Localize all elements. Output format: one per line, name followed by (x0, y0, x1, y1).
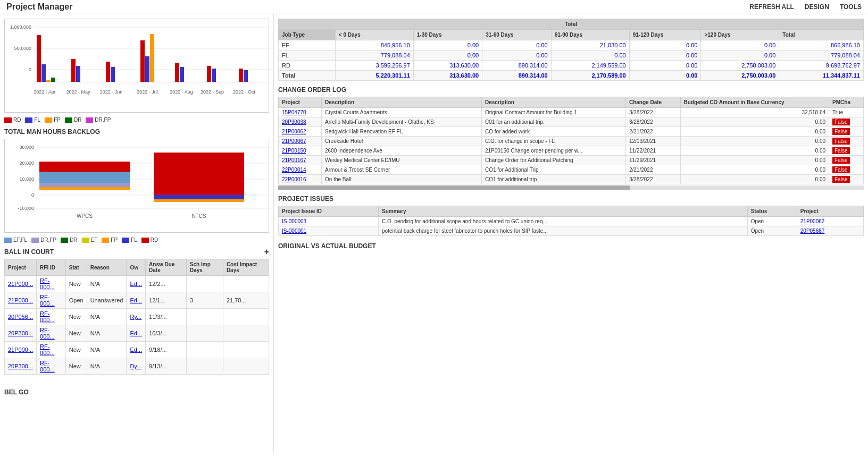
bic-cell[interactable]: RF-000... (37, 292, 66, 309)
pi-col-project: Project (797, 206, 863, 217)
svg-rect-23 (244, 70, 248, 82)
co-cell: True (829, 108, 864, 117)
legend-fl-box (25, 117, 32, 123)
co-cell: 0.00 (680, 175, 829, 184)
bic-cell[interactable]: Ry... (127, 309, 146, 325)
table-row: 21P000...RF-000...NewN/AEd...9/18/... (5, 342, 269, 358)
legend-rd-label: RD (13, 117, 21, 123)
aging-cell: 0.00 (413, 50, 482, 61)
legend-effl-label: EF,FL (13, 237, 27, 243)
aging-col-7: Total (779, 30, 864, 40)
svg-text:1,000,000: 1,000,000 (10, 24, 31, 30)
bic-cell[interactable]: 21P000... (5, 342, 37, 358)
aging-cell: 21,030.00 (551, 40, 629, 50)
bic-cell[interactable]: RF-000... (37, 276, 66, 292)
svg-rect-22 (239, 69, 243, 82)
project-issues-table: Project Issue ID Summary Status Project … (278, 206, 864, 236)
legend-rd-box (4, 117, 12, 123)
co-cell[interactable]: 22P00014 (279, 165, 322, 175)
aging-total-header: Total (279, 19, 864, 30)
design-button[interactable]: DESIGN (805, 3, 829, 11)
svg-rect-11 (71, 59, 76, 82)
bic-cell[interactable]: RF-000... (37, 309, 66, 325)
aging-cell: 890,314.00 (482, 61, 551, 71)
co-col-desc2: Description (481, 97, 625, 108)
aging-col-2: 1-30 Days (413, 30, 482, 40)
bic-cell: New (65, 358, 87, 375)
bic-cell[interactable]: 20P300... (5, 325, 37, 342)
bic-cell[interactable]: 21P000... (5, 276, 37, 292)
bic-cell[interactable]: Ed... (127, 342, 146, 358)
bic-cell: N/A (87, 309, 127, 325)
pi-cell[interactable]: 21P00062 (797, 217, 863, 226)
bic-cell[interactable]: Ed... (127, 292, 146, 309)
bic-cell (223, 358, 269, 375)
bic-cell[interactable]: RF-000... (37, 325, 66, 342)
bic-cell: New (65, 325, 87, 342)
bic-cell[interactable]: 21P000... (5, 292, 37, 309)
co-cell: 3/28/2022 (625, 175, 680, 184)
svg-text:2022 - May: 2022 - May (66, 89, 90, 95)
legend-fl2-label: FL (131, 237, 137, 243)
table-row: 21P001502600 Independence Ave21P00150 Ch… (279, 146, 864, 156)
svg-text:2022 - Apr: 2022 - Apr (34, 89, 56, 95)
pi-cell: potential back charge for steel fabricat… (379, 226, 748, 236)
svg-rect-17 (150, 34, 154, 82)
bic-cell[interactable]: RF-000... (37, 358, 66, 375)
tools-button[interactable]: TOOLS (840, 3, 862, 11)
bic-cell[interactable]: 20P056... (5, 309, 37, 325)
change-order-scroll[interactable]: Project Description Description Change D… (278, 97, 864, 184)
aging-cell: 2,170,589.00 (551, 71, 629, 81)
co-cell: 11/29/2021 (625, 156, 680, 165)
bic-cell[interactable]: Ed... (127, 276, 146, 292)
co-cell[interactable]: 15P04770 (279, 108, 322, 117)
svg-text:2022 - Jul: 2022 - Jul (137, 89, 158, 95)
table-row: 20P056...RF-000...NewN/ARy...11/3/... (5, 309, 269, 325)
co-cell[interactable]: 21P00062 (279, 127, 322, 137)
bic-cell[interactable]: 20P300... (5, 358, 37, 375)
refresh-all-button[interactable]: REFRESH ALL (749, 3, 794, 11)
aging-cell: 5,220,301.11 (335, 71, 413, 81)
bic-cell: 12/2... (146, 276, 187, 292)
aging-cell: EF (279, 40, 336, 50)
co-cell: CO1 for additional trip (481, 175, 625, 184)
co-cell: On the Ball (322, 175, 482, 184)
change-order-table: Project Description Description Change D… (278, 97, 864, 184)
table-row: IS-000001potential back charge for steel… (279, 226, 864, 236)
table-row: 15P04770Crystal Courts ApartmentsOrigina… (279, 108, 864, 117)
legend-rd2: RD (141, 237, 158, 243)
co-cell: 3/28/2022 (625, 117, 680, 127)
pi-cell[interactable]: IS-000003 (279, 217, 379, 226)
aging-cell: 9,698,762.97 (779, 61, 864, 71)
ball-in-court-add-button[interactable]: + (264, 247, 269, 257)
legend-rd: RD (4, 117, 21, 123)
co-cell[interactable]: 21P00067 (279, 137, 322, 146)
aging-cell: 0.00 (482, 50, 551, 61)
bic-cell[interactable]: Dy... (127, 358, 146, 375)
pi-cell[interactable]: 20P05687 (797, 226, 863, 236)
co-cell[interactable]: 22P00016 (279, 175, 322, 184)
co-cell: False (829, 175, 864, 184)
bic-cell[interactable]: Ed... (127, 325, 146, 342)
co-cell: 3/28/2022 (625, 108, 680, 117)
pi-cell[interactable]: IS-000001 (279, 226, 379, 236)
svg-text:2022 - Aug: 2022 - Aug (170, 89, 193, 95)
legend-dr2: DR (61, 237, 77, 243)
co-cell: False (829, 156, 864, 165)
co-cell: 11/22/2021 (625, 146, 680, 156)
co-cell[interactable]: 20P30038 (279, 117, 322, 127)
bic-col-rfi: RFI ID (37, 259, 66, 276)
pi-cell: Open (747, 217, 797, 226)
scroll-indicator (278, 185, 864, 190)
svg-rect-21 (212, 69, 216, 82)
aging-cell: 2,149,559.00 (551, 61, 629, 71)
bic-cell: N/A (87, 342, 127, 358)
aging-cell: 0.00 (551, 50, 629, 61)
bel-go-title: BEL GO (4, 389, 269, 396)
co-col-date: Change Date (625, 97, 680, 108)
co-cell[interactable]: 21P00167 (279, 156, 322, 165)
legend-fp2-label: FP (111, 237, 118, 243)
co-cell[interactable]: 21P00150 (279, 146, 322, 156)
top-bar: Project Manager REFRESH ALL DESIGN TOOLS (0, 0, 868, 14)
bic-cell[interactable]: RF-000... (37, 342, 66, 358)
